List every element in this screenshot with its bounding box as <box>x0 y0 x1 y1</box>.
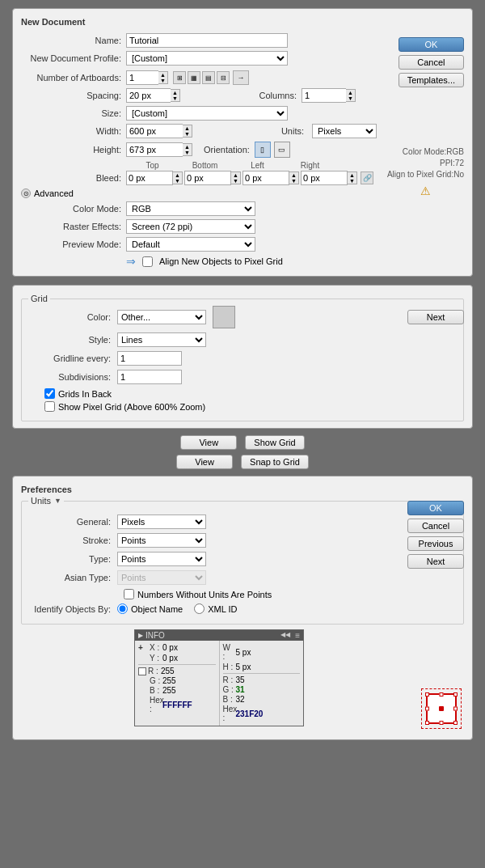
bleed-right-spinner[interactable]: ▲ ▼ <box>348 171 357 184</box>
pref-ok-button[interactable]: OK <box>407 501 464 515</box>
artboard-right-arrow[interactable]: → <box>233 70 249 85</box>
spacing-label: Spacing: <box>21 91 126 100</box>
align-checkbox[interactable] <box>142 256 153 267</box>
color-mode-label: Color Mode: <box>21 204 126 214</box>
artboards-spin-down[interactable]: ▼ <box>158 78 167 83</box>
templates-button[interactable]: Templates... <box>399 73 464 87</box>
pref-cancel-button[interactable]: Cancel <box>407 519 464 533</box>
identify-options: Object Name XML ID <box>117 603 237 614</box>
grids-in-back-checkbox[interactable] <box>44 388 55 399</box>
artboard-icons: ⊞ ▦ ▤ ⊟ <box>173 71 230 84</box>
stroke-select[interactable]: Points <box>117 533 206 548</box>
subdivisions-input[interactable] <box>117 370 182 384</box>
height-spinner[interactable]: ▲ ▼ <box>183 143 192 156</box>
xml-id-radio[interactable] <box>194 603 205 614</box>
pref-right-buttons: OK Cancel Previous Next <box>407 501 464 569</box>
advanced-label: Advanced <box>34 188 74 198</box>
h-value: 5 px <box>236 663 251 671</box>
b2-value: 32 <box>236 695 245 704</box>
general-select[interactable]: Pixels <box>117 514 206 529</box>
width-input[interactable] <box>126 124 183 138</box>
info-titlebar: ▶ INFO ◀◀ ≡ <box>135 630 303 641</box>
orientation-portrait[interactable]: ▯ <box>255 142 271 158</box>
spacing-spinner[interactable]: ▲ ▼ <box>171 89 180 102</box>
type-label: Type: <box>28 554 117 564</box>
grid-color-select[interactable]: Other... <box>117 310 206 324</box>
info-right-col: W : 5 px H : 5 px R : 35 G : 31 B : <box>220 641 304 726</box>
grid-next-button-wrapper: Next <box>407 310 464 324</box>
color-mode-select[interactable]: RGB <box>126 201 255 216</box>
info-title-text: INFO <box>146 631 165 640</box>
pref-next-button[interactable]: Next <box>407 554 464 569</box>
view-button-1[interactable]: View <box>180 435 237 450</box>
pref-previous-button[interactable]: Previous <box>407 536 464 551</box>
artboard-row-icon[interactable]: ▦ <box>188 71 200 84</box>
snap-to-grid-button[interactable]: Snap to Grid <box>241 455 309 469</box>
color-info-line2: PPI:72 <box>387 158 464 169</box>
orientation-landscape[interactable]: ▭ <box>274 142 290 158</box>
g1-label: G : <box>150 676 161 685</box>
bleed-link-icon[interactable]: 🔗 <box>361 171 373 184</box>
bleed-left-input[interactable] <box>242 171 289 185</box>
height-input[interactable] <box>126 142 183 157</box>
raster-effects-select[interactable]: Screen (72 ppi) <box>126 219 255 234</box>
preview-center-dot <box>439 706 444 711</box>
spacing-input[interactable] <box>126 88 171 103</box>
profile-select[interactable]: [Custom] <box>126 51 288 66</box>
w-label: W : <box>223 643 234 661</box>
asian-type-select: Points <box>117 570 206 585</box>
right-buttons: OK Cancel Templates... <box>399 37 464 87</box>
artboard-col-icon[interactable]: ▤ <box>202 71 215 84</box>
ok-button[interactable]: OK <box>399 37 464 52</box>
artboard-grid-icon[interactable]: ⊞ <box>173 71 186 84</box>
cancel-button[interactable]: Cancel <box>399 55 464 70</box>
numbers-checkbox[interactable] <box>124 589 134 599</box>
columns-spinner[interactable]: ▲ ▼ <box>346 89 356 102</box>
preview-inner-square <box>426 693 457 724</box>
bleed-left-spinner[interactable]: ▲ ▼ <box>289 171 299 184</box>
handle-mr <box>453 707 458 711</box>
size-select[interactable]: [Custom] <box>126 106 288 121</box>
bleed-right-input[interactable] <box>301 171 348 185</box>
new-document-title: New Document <box>21 17 464 27</box>
units-dropdown-arrow[interactable]: ▼ <box>54 497 61 505</box>
grid-section-title: Grid <box>28 294 50 303</box>
bleed-top-spinner[interactable]: ▲ ▼ <box>173 171 183 184</box>
columns-input[interactable] <box>302 88 346 103</box>
grid-color-preview[interactable] <box>213 306 235 328</box>
info-collapse-button[interactable]: ◀◀ <box>280 631 290 640</box>
name-input[interactable] <box>126 33 288 48</box>
x-value: 0 px <box>162 643 178 652</box>
grid-section: Grid Color: Other... Style: Lines Gridli… <box>21 299 464 421</box>
handle-bl <box>425 721 429 725</box>
grid-next-button[interactable]: Next <box>407 310 464 324</box>
view-snap-grid-row: View Snap to Grid <box>0 455 485 469</box>
object-name-radio[interactable] <box>117 603 128 614</box>
bleed-top-input[interactable] <box>126 171 173 185</box>
grids-in-back-label: Grids In Back <box>58 389 112 399</box>
show-grid-button[interactable]: Show Grid <box>245 435 304 450</box>
view-button-2[interactable]: View <box>176 455 233 469</box>
units-select[interactable]: Pixels <box>312 124 377 138</box>
grid-style-select[interactable]: Lines <box>117 332 206 347</box>
type-select[interactable]: Points <box>117 552 206 566</box>
columns-label: Columns: <box>196 91 302 100</box>
grid-panel: Grid Color: Other... Style: Lines Gridli… <box>12 285 473 429</box>
gridline-input[interactable] <box>117 351 182 366</box>
bleed-bottom-input[interactable] <box>184 171 231 185</box>
artboard-arrange-icon[interactable]: ⊟ <box>217 71 230 84</box>
info-body: + X : 0 px Y : 0 px R : 255 G : <box>135 641 303 726</box>
artboards-spin-up[interactable]: ▲ <box>158 72 167 78</box>
artboards-input[interactable] <box>126 70 158 85</box>
color-info: Color Mode:RGB PPI:72 Align to Pixel Gri… <box>387 146 464 200</box>
hex2-value: 231F20 <box>236 709 264 718</box>
bleed-right-header: Right <box>284 161 336 170</box>
info-title: ▶ INFO <box>138 631 165 640</box>
info-menu-button[interactable]: ≡ <box>295 631 300 640</box>
show-pixel-grid-checkbox[interactable] <box>44 401 55 412</box>
grid-style-label: Style: <box>28 335 117 345</box>
preview-mode-select[interactable]: Default <box>126 237 255 252</box>
bleed-bottom-spinner[interactable]: ▲ ▼ <box>231 171 241 184</box>
width-spinner[interactable]: ▲ ▼ <box>183 125 192 138</box>
artboards-spinner[interactable]: ▲ ▼ <box>158 71 168 84</box>
